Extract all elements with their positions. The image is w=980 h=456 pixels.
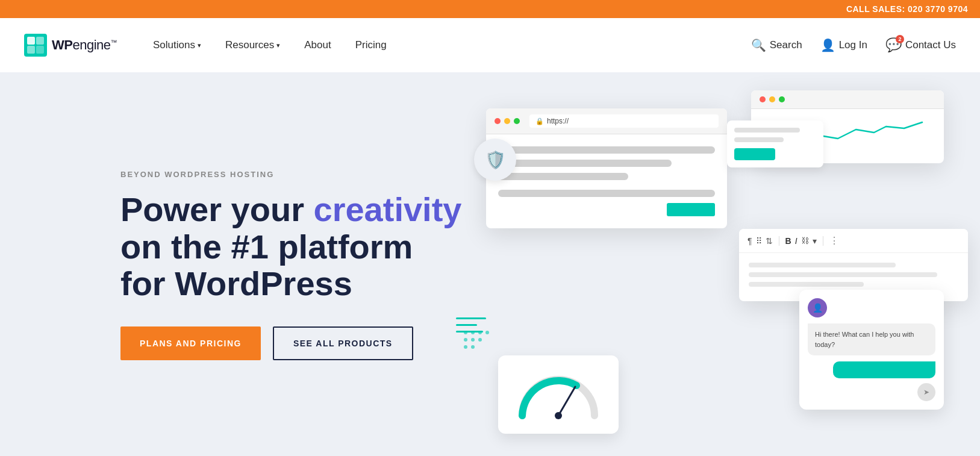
content-line [498, 173, 628, 180]
arrows-icon: ⇅ [766, 236, 773, 246]
chevron-down-icon: ▾ [813, 236, 817, 246]
search-icon: 🔍 [751, 38, 766, 52]
editor-line [749, 282, 864, 287]
browser-bar [751, 90, 944, 109]
editor-line [749, 263, 896, 267]
cta-rectangle [667, 203, 715, 216]
url-bar: 🔒 https:// [529, 114, 719, 128]
window-dot-red [495, 118, 501, 124]
main-browser-mockup: 🛡️ 🔒 https:// [486, 108, 727, 228]
svg-point-9 [478, 331, 482, 334]
right-card-overlay [727, 120, 823, 167]
send-icon: ➤ [923, 388, 929, 396]
italic-icon: I [795, 236, 797, 246]
top-bar: CALL SALES: 020 3770 9704 [0, 0, 980, 18]
svg-rect-1 [27, 37, 35, 45]
nav-item-pricing[interactable]: Pricing [355, 39, 387, 51]
chat-badge: 2 [896, 35, 904, 43]
header: WPengine™ Solutions ▾ Resources ▾ About … [0, 18, 980, 72]
chat-window: 👤 Hi there! What can I help you with tod… [799, 290, 944, 410]
logo-text: WPengine™ [52, 37, 117, 53]
chat-reply-bubble [833, 361, 935, 378]
gauge-svg [510, 367, 607, 422]
editor-separator [779, 236, 779, 246]
lock-icon: 🔒 [535, 117, 544, 125]
contact-us-link[interactable]: 💬 2 Contact Us [885, 37, 956, 53]
grid-icon: ⠿ [756, 236, 762, 246]
svg-point-10 [485, 331, 489, 334]
card-line [734, 137, 784, 142]
avatar-icon: 👤 [813, 303, 823, 313]
chevron-down-icon: ▾ [198, 42, 201, 49]
nav-item-solutions[interactable]: Solutions ▾ [153, 39, 201, 51]
svg-point-12 [471, 338, 475, 342]
chat-avatar: 👤 [808, 298, 827, 317]
content-line [498, 160, 672, 167]
svg-point-13 [478, 338, 482, 342]
chat-send-button[interactable]: ➤ [917, 383, 935, 401]
window-dot-yellow [504, 118, 510, 124]
shield-badge: 🛡️ [474, 139, 516, 181]
paragraph-icon: ¶ [747, 236, 752, 246]
nav-item-resources[interactable]: Resources ▾ [225, 39, 280, 51]
see-all-products-button[interactable]: SEE ALL PRODUCTS [273, 326, 413, 360]
svg-rect-3 [27, 46, 35, 54]
chat-bubble: Hi there! What can I help you with today… [808, 323, 935, 355]
plans-pricing-button[interactable]: PLANS AND PRICING [120, 326, 261, 360]
editor-separator [823, 236, 823, 246]
dots-pattern [462, 329, 510, 361]
wp-engine-logo-icon [24, 34, 47, 57]
hero-title: Power your creativity on the #1 platform… [120, 191, 461, 302]
speed-gauge-widget [498, 355, 619, 434]
content-line [498, 190, 715, 197]
more-options-icon: ⋮ [829, 235, 839, 246]
svg-rect-2 [36, 37, 44, 45]
svg-point-11 [464, 338, 467, 342]
browser-content [486, 134, 727, 228]
search-link[interactable]: 🔍 Search [751, 38, 802, 52]
cta-block [498, 203, 715, 216]
browser-bar: 🔒 https:// [486, 108, 727, 134]
login-link[interactable]: 👤 Log In [820, 38, 867, 52]
window-dot-red [760, 96, 766, 102]
window-dot-yellow [769, 96, 775, 102]
hero-content: BEYOND WORDPRESS HOSTING Power your crea… [120, 170, 461, 360]
editor-line [749, 272, 937, 277]
link-icon: ⛓ [801, 236, 809, 245]
svg-point-8 [471, 331, 475, 334]
card-line [734, 128, 800, 133]
svg-line-5 [558, 387, 575, 416]
shield-icon: 🛡️ [485, 150, 506, 170]
nav-item-about[interactable]: About [304, 39, 331, 51]
hero-buttons: PLANS AND PRICING SEE ALL PRODUCTS [120, 326, 461, 360]
bold-icon: B [785, 236, 791, 246]
nav-right: 🔍 Search 👤 Log In 💬 2 Contact Us [751, 37, 956, 53]
logo[interactable]: WPengine™ [24, 34, 117, 57]
hero-section: BEYOND WORDPRESS HOSTING Power your crea… [0, 72, 980, 456]
svg-point-6 [555, 412, 562, 419]
card-cta [734, 148, 775, 160]
chat-icon-wrap: 💬 2 [885, 37, 902, 53]
chevron-down-icon: ▾ [276, 42, 280, 49]
call-sales-link[interactable]: CALL SALES: 020 3770 9704 [846, 4, 968, 14]
browser-bar: ¶ ⠿ ⇅ B I ⛓ ▾ ⋮ [739, 229, 968, 253]
hero-illustration: 🛡️ 🔒 https:// [438, 72, 980, 456]
window-dot-green [514, 118, 520, 124]
svg-point-7 [464, 331, 467, 334]
user-icon: 👤 [820, 38, 835, 52]
svg-point-14 [464, 345, 467, 349]
main-nav: Solutions ▾ Resources ▾ About Pricing [153, 39, 751, 51]
content-line [498, 146, 715, 154]
window-dot-green [779, 96, 785, 102]
svg-rect-4 [36, 46, 44, 54]
svg-point-15 [471, 345, 475, 349]
hero-eyebrow: BEYOND WORDPRESS HOSTING [120, 170, 461, 179]
